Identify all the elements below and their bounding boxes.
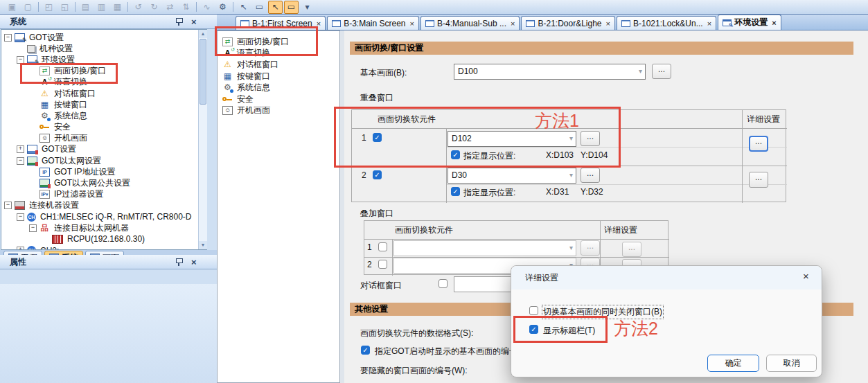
overlap-window-label: 重叠窗口 — [360, 92, 393, 104]
overlap-row2-x-device: X:D31 — [546, 187, 569, 197]
close-icon[interactable]: × — [191, 258, 197, 267]
copy-back-icon[interactable]: ▥ — [94, 1, 109, 14]
tab-b21[interactable]: B-21:Door&Lighe× — [521, 16, 615, 30]
scrollbar-thumb[interactable] — [200, 39, 206, 105]
ch-icon — [27, 213, 36, 222]
tree-item[interactable]: 开机画面 — [1, 133, 206, 144]
collapse-icon[interactable]: − — [17, 213, 24, 221]
collapse-icon[interactable]: − — [17, 157, 24, 165]
tab-b1021[interactable]: B-1021:Lock&Un...× — [617, 16, 716, 30]
tab-b4[interactable]: B-4:Manual-Sub ...× — [420, 16, 520, 30]
screen-icon — [526, 20, 535, 27]
scroll-down-icon[interactable]: ▼ — [199, 241, 207, 249]
tree-item[interactable]: GOT IP地址设置 — [1, 166, 206, 177]
tree-item[interactable]: +CH2: — [1, 245, 206, 250]
overlap-row2-enable-checkbox[interactable] — [373, 170, 382, 179]
tab-close-icon[interactable]: × — [410, 19, 414, 28]
collapse-icon[interactable]: − — [29, 224, 37, 232]
tree-item[interactable]: +GOT设置 — [1, 144, 206, 155]
tree-scrollbar[interactable]: ▲ ▼ — [198, 30, 207, 249]
ungroup-icon[interactable]: ▢ — [21, 1, 35, 14]
tree-item[interactable]: −GOT以太网设置 — [1, 155, 206, 166]
overlap-row2-position-checkbox[interactable] — [451, 187, 460, 196]
superimpose-row1-device-combobox[interactable] — [393, 240, 576, 256]
tree-item[interactable]: 安全 — [1, 122, 206, 133]
tree-item[interactable]: −连接机器设置 — [1, 200, 206, 211]
superimpose-row1-device-browse-button[interactable]: ... — [581, 240, 600, 256]
basic-screen-browse-button[interactable]: ... — [652, 64, 671, 79]
tree-item[interactable]: −CH1:MELSEC iQ-R, RnMT/RT, CR800-D — [1, 211, 206, 222]
vertex-select-icon[interactable]: ◰ — [42, 1, 56, 14]
tab-label: 环境设置 — [734, 17, 768, 28]
copy-front-icon[interactable]: ▤ — [78, 1, 93, 14]
edit-line-icon[interactable]: ∿ — [200, 1, 214, 14]
toolbar-more-icon[interactable]: ▾ — [300, 1, 315, 14]
flip-horizontal-icon[interactable]: ⇄ — [163, 1, 177, 14]
close-window-on-switch-checkbox[interactable] — [529, 306, 538, 315]
vertex-edit-icon[interactable]: ◱ — [57, 1, 72, 14]
ok-button[interactable]: 确定 — [707, 355, 759, 372]
tab-label: B-3:Main Screen — [344, 19, 405, 28]
tree-item-label: IP过滤器设置 — [53, 188, 105, 200]
list-item[interactable]: 按键窗口 — [218, 71, 339, 82]
tree-item[interactable]: IP过滤器设置 — [1, 189, 206, 200]
properties-panel-titlebar: 属性 × — [0, 255, 217, 269]
tree-item[interactable]: 机种设置 — [1, 43, 206, 54]
list-item[interactable]: 对话框窗口 — [218, 59, 339, 71]
list-item[interactable]: 系统信息 — [218, 82, 339, 93]
list-item[interactable]: 开机画面 — [218, 105, 339, 117]
pin-icon[interactable] — [175, 258, 182, 266]
dialog-window-checkbox[interactable] — [439, 279, 448, 288]
superimpose-row1-enable-checkbox[interactable] — [378, 242, 387, 251]
overlap-row2-device-combobox[interactable]: D30 — [448, 168, 576, 184]
tree-item[interactable]: 对话框窗口 — [1, 88, 206, 99]
options-wrench-icon[interactable]: ⚙ — [215, 1, 230, 14]
superimpose-row1-detail-button[interactable]: ... — [622, 242, 641, 257]
pin-icon[interactable] — [175, 17, 182, 26]
tree-item[interactable]: GOT以太网公共设置 — [1, 177, 206, 188]
table-line — [742, 110, 743, 203]
select-mode-icon[interactable]: ↖ — [268, 1, 283, 14]
annotation-method1-text: 方法1 — [535, 109, 579, 132]
cancel-button[interactable]: 取消 — [766, 355, 817, 372]
rcpu-icon — [52, 235, 63, 244]
tree-item[interactable]: −连接目标以太网机器 — [1, 222, 206, 233]
tab-close-icon[interactable]: × — [606, 19, 610, 28]
expand-icon[interactable]: + — [17, 145, 24, 153]
close-icon[interactable]: × — [191, 17, 197, 26]
copy-group-icon[interactable]: ▦ — [110, 1, 125, 14]
superimpose-row2-enable-checkbox[interactable] — [378, 260, 387, 269]
cursor-icon[interactable]: ↖ — [236, 1, 251, 14]
window-preview-icon[interactable]: ▭ — [284, 1, 299, 14]
machine-icon — [27, 45, 35, 53]
tab-close-icon[interactable]: × — [772, 19, 776, 27]
dialog-close-icon[interactable]: × — [803, 270, 809, 282]
tree-item[interactable]: −GOT设置 — [1, 32, 206, 43]
rotate-right-icon[interactable]: ↻ — [147, 1, 161, 14]
flip-vertical-icon[interactable]: ⇅ — [179, 1, 193, 14]
list-item[interactable]: 安全 — [218, 93, 339, 105]
frame-select-icon[interactable]: ▭ — [252, 1, 267, 14]
collapse-icon[interactable]: − — [4, 202, 12, 209]
overlap-row1-detail-button[interactable]: ... — [749, 136, 768, 152]
overlap-row2-detail-button[interactable]: ... — [749, 172, 768, 188]
group-icon[interactable]: ▣ — [5, 1, 19, 14]
annotation-method2-text: 方法2 — [614, 317, 658, 340]
tab-close-icon[interactable]: × — [707, 19, 711, 28]
rotate-left-icon[interactable]: ↺ — [131, 1, 145, 14]
tab-b3[interactable]: B-3:Main Screen× — [327, 16, 419, 30]
table-line — [392, 239, 393, 276]
tree-item[interactable]: 系统信息 — [1, 110, 206, 121]
basic-screen-device-combobox[interactable]: D100 — [454, 64, 646, 80]
tab-close-icon[interactable]: × — [511, 19, 515, 28]
startup-screen-checkbox[interactable] — [361, 346, 370, 355]
tab-env[interactable]: 环境设置× — [718, 15, 781, 30]
tree-item[interactable]: 按键窗口 — [1, 99, 206, 110]
conn-icon — [15, 201, 25, 210]
boot-icon — [222, 106, 233, 115]
scroll-up-icon[interactable]: ▲ — [199, 30, 207, 38]
collapse-icon[interactable]: − — [4, 34, 12, 42]
annotation-rect-tree-item — [20, 63, 118, 84]
overlap-row2-device-browse-button[interactable]: ... — [581, 168, 600, 183]
tree-item[interactable]: RCPU(192.168.0.30) — [1, 233, 206, 244]
